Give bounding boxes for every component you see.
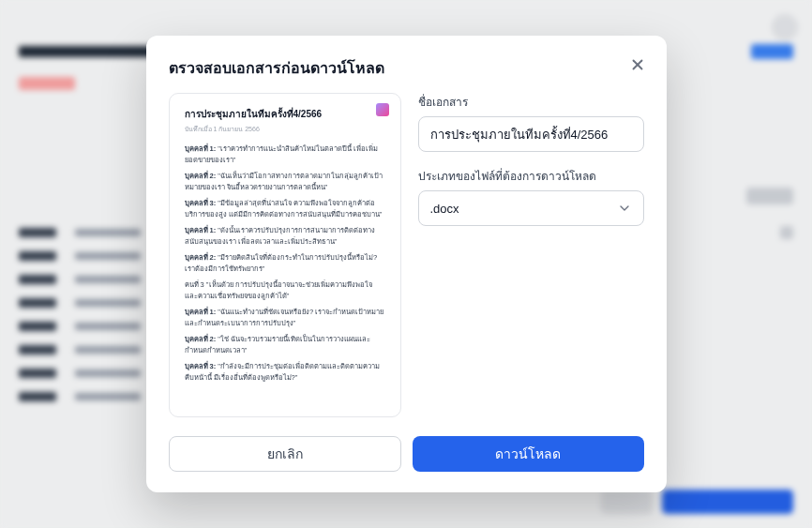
document-name-input[interactable] — [418, 116, 644, 152]
preview-content: บุคคลที่ 1: "เราควรทำการแนะนำสินค้าใหม่ใ… — [185, 143, 385, 384]
modal-footer: ยกเลิก ดาวน์โหลด — [169, 436, 644, 472]
preview-line: บุคคลที่ 3: "กำลังจะมีการประชุมต่อเพื่อต… — [185, 361, 385, 384]
chevron-down-icon — [617, 201, 632, 216]
preview-line: บุคคลที่ 1: "ฉันแนะทำงานที่ชัดเจนหรือยัง… — [185, 307, 385, 329]
document-name-label: ชื่อเอกสาร — [418, 93, 644, 111]
filetype-label: ประเภทของไฟล์ที่ต้องการดาวน์โหลด — [418, 167, 644, 185]
preview-line: บุคคลที่ 3: "มีข้อมูลล่าสุดที่น่าสนใจ คว… — [185, 198, 385, 220]
preview-line: บุคคลที่ 1: "ดังนั้นเราควรปรับปรุงการการ… — [185, 225, 385, 248]
document-preview: การประชุมภายในทีมครั้งที่4/2566 บันทึกเม… — [169, 93, 401, 417]
preview-line: บุคคลที่ 2: "ฉันเห็นว่ามีโอกาสทางการตลาด… — [185, 171, 385, 193]
filetype-value: .docx — [430, 202, 459, 216]
close-icon — [629, 56, 646, 73]
download-modal: ตรวจสอบเอกสารก่อนดาวน์โหลด การประชุมภายใ… — [146, 36, 667, 492]
modal-title: ตรวจสอบเอกสารก่อนดาวน์โหลด — [169, 56, 644, 80]
preview-doc-subtitle: บันทึกเมื่อ 1 กันยายน 2566 — [185, 124, 385, 134]
preview-line: บุคคลที่ 2: "มีรายคิดสินใจที่ต้องกระทำใน… — [185, 252, 385, 275]
download-button[interactable]: ดาวน์โหลด — [413, 436, 644, 472]
close-button[interactable] — [627, 54, 648, 75]
filetype-select[interactable]: .docx — [418, 190, 644, 226]
preview-line: บุคคลที่ 2: "ใช่ ฉันจะรวบรวมรายนี้เทิดเป… — [185, 334, 385, 356]
form-panel: ชื่อเอกสาร ประเภทของไฟล์ที่ต้องการดาวน์โ… — [418, 93, 644, 417]
ai-badge-icon — [376, 103, 389, 116]
cancel-button[interactable]: ยกเลิก — [169, 436, 402, 472]
modal-body: การประชุมภายในทีมครั้งที่4/2566 บันทึกเม… — [169, 93, 644, 417]
preview-line: คนที่ 3 "เห็นด้วย การปรับปรุงนี้อาจนาจะช… — [185, 279, 385, 302]
modal-overlay: ตรวจสอบเอกสารก่อนดาวน์โหลด การประชุมภายใ… — [0, 0, 812, 528]
preview-line: บุคคลที่ 1: "เราควรทำการแนะนำสินค้าใหม่ใ… — [185, 143, 385, 166]
preview-doc-title: การประชุมภายในทีมครั้งที่4/2566 — [185, 107, 385, 121]
